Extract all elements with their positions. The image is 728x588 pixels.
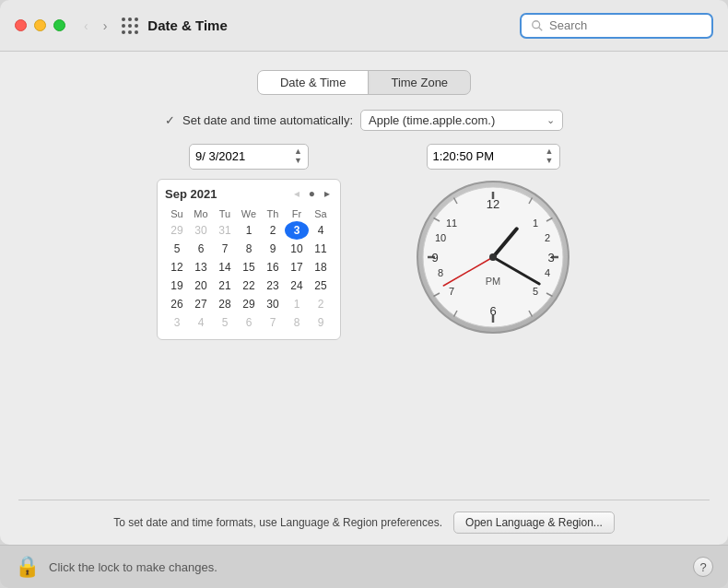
calendar-day[interactable]: 9 (261, 240, 285, 258)
datetime-area: 9/ 3/2021 ▲ ▼ Sep 2021 ◂ ● ▸ (18, 144, 710, 500)
svg-text:3: 3 (547, 251, 554, 265)
calendar-day[interactable]: 22 (237, 276, 261, 295)
analog-clock: 12 3 6 9 1 2 4 5 7 8 10 11 PM (415, 179, 571, 335)
fullscreen-button[interactable] (53, 19, 65, 31)
calendar-day[interactable]: 27 (189, 295, 213, 313)
calendar-day[interactable]: 18 (309, 258, 333, 276)
calendar-day[interactable]: 8 (237, 240, 261, 258)
svg-line-1 (539, 27, 543, 30)
calendar-grid: Su Mo Tu We Th Fr Sa 2930311234567891011… (165, 206, 333, 332)
calendar-day[interactable]: 11 (309, 240, 333, 258)
calendar-next[interactable]: ▸ (322, 187, 333, 200)
traffic-lights (15, 19, 65, 31)
search-box[interactable] (520, 13, 713, 39)
calendar-day[interactable]: 29 (165, 221, 189, 240)
col-tu: Tu (213, 206, 237, 221)
calendar-day[interactable]: 31 (213, 221, 237, 240)
calendar-today[interactable]: ● (306, 187, 318, 200)
minimize-button[interactable] (34, 19, 46, 31)
svg-point-32 (489, 253, 497, 261)
auto-set-label: Set date and time automatically: (182, 113, 353, 127)
svg-text:12: 12 (487, 197, 499, 211)
col-fr: Fr (285, 206, 309, 221)
calendar-day[interactable]: 7 (213, 240, 237, 258)
auto-set-checkmark: ✓ (165, 113, 175, 127)
date-section: 9/ 3/2021 ▲ ▼ Sep 2021 ◂ ● ▸ (157, 144, 341, 500)
tabs-container: Date & Time Time Zone (18, 52, 710, 110)
calendar-day[interactable]: 13 (189, 258, 213, 276)
server-name: Apple (time.apple.com.) (369, 113, 495, 127)
svg-text:9: 9 (431, 251, 438, 265)
calendar-day[interactable]: 19 (165, 276, 189, 295)
calendar-day[interactable]: 30 (189, 221, 213, 240)
open-language-button[interactable]: Open Language & Region... (453, 512, 615, 534)
calendar-day[interactable]: 10 (285, 240, 309, 258)
calendar-day[interactable]: 5 (213, 313, 237, 332)
calendar: Sep 2021 ◂ ● ▸ Su Mo Tu We Th (157, 179, 341, 340)
col-su: Su (165, 206, 189, 221)
calendar-day[interactable]: 26 (165, 295, 189, 313)
calendar-day[interactable]: 29 (237, 295, 261, 313)
calendar-day[interactable]: 15 (237, 258, 261, 276)
calendar-day[interactable]: 3 (165, 313, 189, 332)
svg-text:5: 5 (533, 286, 538, 297)
calendar-day[interactable]: 1 (237, 221, 261, 240)
tab-datetime[interactable]: Date & Time (258, 71, 369, 94)
time-input[interactable]: 1:20:50 PM ▲ ▼ (427, 144, 560, 170)
calendar-day[interactable]: 2 (261, 221, 285, 240)
server-dropdown[interactable]: Apple (time.apple.com.) ⌄ (360, 110, 563, 131)
svg-text:2: 2 (545, 232, 550, 243)
calendar-day[interactable]: 1 (285, 295, 309, 313)
back-arrow[interactable]: ‹ (80, 17, 92, 35)
calendar-day[interactable]: 9 (309, 313, 333, 332)
calendar-day[interactable]: 30 (261, 295, 285, 313)
time-down-button[interactable]: ▼ (546, 157, 554, 166)
calendar-day[interactable]: 17 (285, 258, 309, 276)
calendar-day[interactable]: 8 (285, 313, 309, 332)
date-input[interactable]: 9/ 3/2021 ▲ ▼ (189, 144, 309, 170)
calendar-day[interactable]: 6 (189, 240, 213, 258)
svg-text:7: 7 (449, 286, 454, 297)
lock-bar: 🔒 Click the lock to make changes. ? (0, 545, 728, 588)
titlebar: ‹ › Date & Time (0, 0, 728, 52)
lock-icon[interactable]: 🔒 (15, 555, 40, 579)
lock-text: Click the lock to make changes. (49, 560, 693, 574)
calendar-day[interactable]: 6 (237, 313, 261, 332)
calendar-day[interactable]: 20 (189, 276, 213, 295)
main-content: Date & Time Time Zone ✓ Set date and tim… (0, 52, 728, 545)
help-button[interactable]: ? (693, 557, 713, 577)
calendar-day[interactable]: 21 (213, 276, 237, 295)
grid-icon[interactable] (122, 18, 138, 34)
time-section: 1:20:50 PM ▲ ▼ (415, 144, 571, 500)
close-button[interactable] (15, 19, 27, 31)
calendar-day[interactable]: 28 (213, 295, 237, 313)
calendar-day[interactable]: 25 (309, 276, 333, 295)
calendar-day[interactable]: 3 (285, 221, 309, 240)
calendar-day[interactable]: 12 (165, 258, 189, 276)
search-input[interactable] (549, 18, 702, 32)
date-down-button[interactable]: ▼ (294, 157, 302, 166)
calendar-day[interactable]: 24 (285, 276, 309, 295)
calendar-prev[interactable]: ◂ (291, 187, 302, 200)
time-stepper: ▲ ▼ (546, 147, 554, 166)
page-title: Date & Time (147, 18, 520, 33)
forward-arrow[interactable]: › (100, 17, 112, 35)
calendar-day[interactable]: 2 (309, 295, 333, 313)
col-we: We (237, 206, 261, 221)
svg-text:1: 1 (533, 218, 538, 229)
tabs: Date & Time Time Zone (257, 70, 471, 95)
svg-text:PM: PM (486, 276, 501, 287)
svg-text:8: 8 (438, 267, 443, 278)
calendar-day[interactable]: 4 (189, 313, 213, 332)
search-icon (531, 19, 544, 32)
calendar-day[interactable]: 16 (261, 258, 285, 276)
date-value: 9/ 3/2021 (195, 149, 245, 163)
calendar-day[interactable]: 4 (309, 221, 333, 240)
calendar-day[interactable]: 7 (261, 313, 285, 332)
language-row: To set date and time formats, use Langua… (28, 512, 700, 534)
tab-timezone[interactable]: Time Zone (369, 71, 470, 94)
calendar-day[interactable]: 23 (261, 276, 285, 295)
calendar-day[interactable]: 5 (165, 240, 189, 258)
calendar-day[interactable]: 14 (213, 258, 237, 276)
calendar-nav: ◂ ● ▸ (291, 187, 333, 200)
